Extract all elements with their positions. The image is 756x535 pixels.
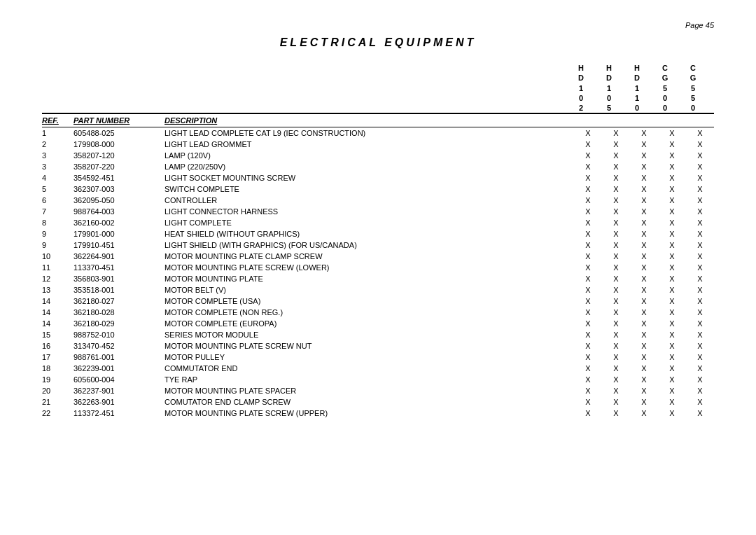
row-description: MOTOR COMPLETE (USA) [164, 297, 574, 305]
row-x-4: X [686, 207, 714, 216]
row-x-0: X [574, 331, 602, 339]
row-x-4: X [686, 297, 714, 305]
row-x-4: X [686, 129, 714, 137]
table-row: 13353518-001MOTOR BELT (V)XXXXX [42, 284, 714, 296]
row-x-2: X [630, 297, 658, 305]
row-x-1: X [602, 230, 630, 238]
row-x-0: X [574, 364, 602, 373]
row-part-number: 113370-451 [74, 263, 164, 272]
row-description: LIGHT LEAD GROMMET [164, 140, 574, 148]
row-x-1: X [602, 398, 630, 406]
row-x-4: X [686, 331, 714, 339]
row-x-2: X [630, 364, 658, 373]
row-part-number: 179901-000 [74, 230, 164, 238]
table-row: 10362264-901MOTOR MOUNTING PLATE CLAMP S… [42, 251, 714, 262]
row-ref: 16 [42, 342, 74, 350]
row-x-3: X [658, 230, 686, 238]
row-part-number: 113372-451 [74, 409, 164, 417]
row-x-4: X [686, 230, 714, 238]
row-x-2: X [630, 375, 658, 384]
row-x-2: X [630, 218, 658, 227]
table-row: 14362180-027MOTOR COMPLETE (USA)XXXXX [42, 296, 714, 307]
table-row: 3358207-220LAMP (220/250V)XXXXX [42, 161, 714, 172]
row-x-2: X [630, 409, 658, 417]
row-x-4: X [686, 174, 714, 182]
row-ref: 3 [42, 151, 74, 160]
row-x-1: X [602, 364, 630, 373]
row-x-2: X [630, 196, 658, 204]
row-x-3: X [658, 207, 686, 216]
row-ref: 11 [42, 263, 74, 272]
row-x-3: X [658, 140, 686, 148]
row-description: LAMP (120V) [164, 151, 574, 160]
row-part-number: 362237-901 [74, 387, 164, 395]
row-x-1: X [602, 129, 630, 137]
table-row: 9179901-000HEAT SHIELD (WITHOUT GRAPHICS… [42, 228, 714, 239]
row-x-3: X [658, 263, 686, 272]
table-row: 6362095-050CONTROLLERXXXXX [42, 195, 714, 206]
row-x-2: X [630, 308, 658, 317]
row-x-0: X [574, 129, 602, 137]
col-header-3: CG500 [651, 63, 679, 113]
row-ref: 14 [42, 319, 74, 328]
row-part-number: 362160-002 [74, 218, 164, 227]
row-x-0: X [574, 409, 602, 417]
row-description: MOTOR BELT (V) [164, 286, 574, 294]
row-part-number: 362180-027 [74, 297, 164, 305]
row-x-1: X [602, 375, 630, 384]
row-x-1: X [602, 151, 630, 160]
row-part-number: 353518-001 [74, 286, 164, 294]
row-x-1: X [602, 319, 630, 328]
table-row: 14362180-029MOTOR COMPLETE (EUROPA)XXXXX [42, 318, 714, 329]
table-row: 3358207-120LAMP (120V)XXXXX [42, 150, 714, 161]
row-x-0: X [574, 398, 602, 406]
row-ref: 9 [42, 230, 74, 238]
row-part-number: 354592-451 [74, 174, 164, 182]
row-description: TYE RAP [164, 375, 574, 384]
row-x-0: X [574, 185, 602, 193]
row-x-3: X [658, 331, 686, 339]
row-description: MOTOR MOUNTING PLATE SCREW (UPPER) [164, 409, 574, 417]
row-part-number: 358207-220 [74, 162, 164, 171]
row-ref: 14 [42, 297, 74, 305]
table-row: 14362180-028MOTOR COMPLETE (NON REG.)XXX… [42, 307, 714, 318]
page-number: Page 45 [42, 21, 714, 29]
row-x-1: X [602, 252, 630, 260]
row-x-0: X [574, 140, 602, 148]
row-x-4: X [686, 140, 714, 148]
row-x-1: X [602, 275, 630, 283]
row-x-1: X [602, 353, 630, 361]
row-x-3: X [658, 342, 686, 350]
row-description: LIGHT LEAD COMPLETE CAT L9 (IEC CONSTRUC… [164, 129, 574, 137]
col-header-0: HD102 [567, 63, 595, 113]
table-row: 16313470-452MOTOR MOUNTING PLATE SCREW N… [42, 340, 714, 352]
row-x-0: X [574, 387, 602, 395]
row-x-1: X [602, 308, 630, 317]
row-description: MOTOR MOUNTING PLATE SCREW NUT [164, 342, 574, 350]
row-x-1: X [602, 286, 630, 294]
row-x-2: X [630, 174, 658, 182]
row-x-3: X [658, 387, 686, 395]
row-x-4: X [686, 263, 714, 272]
table-row: 12356803-901MOTOR MOUNTING PLATEXXXXX [42, 273, 714, 284]
row-x-2: X [630, 252, 658, 260]
row-part-number: 179908-000 [74, 140, 164, 148]
row-x-4: X [686, 375, 714, 384]
header-col4 [658, 116, 686, 125]
row-x-1: X [602, 174, 630, 182]
row-x-4: X [686, 387, 714, 395]
row-description: MOTOR MOUNTING PLATE SCREW (LOWER) [164, 263, 574, 272]
row-x-2: X [630, 275, 658, 283]
table-row: 19605600-004TYE RAPXXXXX [42, 374, 714, 385]
row-x-4: X [686, 252, 714, 260]
row-x-0: X [574, 196, 602, 204]
row-ref: 6 [42, 196, 74, 204]
row-description: COMMUTATOR END [164, 364, 574, 373]
row-x-0: X [574, 263, 602, 272]
row-part-number: 179910-451 [74, 241, 164, 249]
row-x-0: X [574, 207, 602, 216]
page-title: ELECTRICAL EQUIPMENT [42, 36, 714, 49]
col-header-2: HD110 [623, 63, 651, 113]
table-row: 5362307-003SWITCH COMPLETEXXXXX [42, 183, 714, 195]
row-x-2: X [630, 241, 658, 249]
